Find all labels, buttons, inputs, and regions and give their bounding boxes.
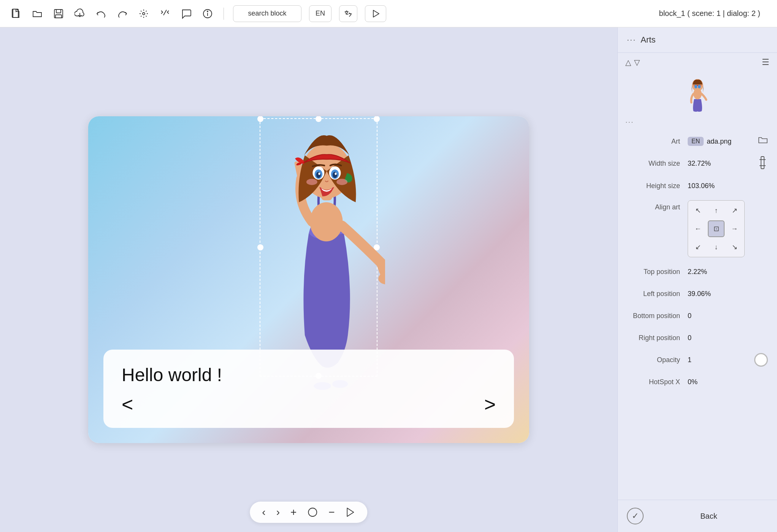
prop-row-bottom: Bottom position 0 [627,308,768,323]
code-icon[interactable] [158,7,172,21]
align-top-right[interactable]: ↗ [726,202,743,219]
hotspot-x-value: 0% [688,378,768,386]
svg-point-36 [306,179,317,185]
bottom-position-value: 0 [688,312,768,320]
character-thumbnail [618,72,777,116]
chat-icon[interactable] [179,7,193,21]
align-top-left[interactable]: ↖ [690,202,706,219]
add-button[interactable]: + [290,506,297,518]
open-folder-icon[interactable] [30,7,44,21]
redo-icon[interactable] [116,7,129,21]
cloud-icon[interactable] [73,7,87,21]
svg-point-37 [336,179,347,185]
align-art-label: Align art [627,200,688,211]
dialog-text: Hello world ! [122,363,496,387]
align-bottom-left[interactable]: ↙ [690,239,706,255]
art-filename: ada.png [707,138,755,146]
dialog-nav: < > [122,394,496,414]
language-button[interactable]: EN [309,5,331,22]
undo-icon[interactable] [94,7,108,21]
panel-nav-arrows: △ ▽ [625,58,640,67]
right-position-value: 0 [688,334,768,342]
align-middle-right[interactable]: → [726,220,743,237]
prop-row-top: Top position 2.22% [627,264,768,279]
top-position-label: Top position [627,268,688,276]
opacity-circle[interactable] [754,353,768,367]
svg-point-38 [308,508,317,516]
align-middle-center[interactable]: ⊡ [708,220,725,237]
check-button[interactable]: ✓ [627,508,644,524]
prop-row-right: Right position 0 [627,330,768,345]
char-thumb-svg [682,75,713,113]
next-scene-button[interactable]: › [276,506,280,518]
nav-up-button[interactable]: △ [625,58,631,67]
folder-open-icon[interactable] [758,136,768,147]
width-size-value: 32.72% [688,160,754,168]
panel-header: ··· Arts [618,27,777,53]
panel-menu-button[interactable]: ☰ [762,57,769,67]
prop-row-art: Art EN ada.png [627,134,768,149]
svg-point-32 [316,172,320,178]
scene-card: Hello world ! < > [88,116,529,443]
panel-more-dots: ··· [618,116,777,128]
prop-row-height: Height size 103.06% [627,178,768,193]
right-panel: ··· Arts △ ▽ ☰ [617,27,777,532]
svg-marker-39 [347,508,354,516]
save-icon[interactable] [52,7,65,21]
search-block-button[interactable]: search block [233,5,301,22]
width-resize-icon[interactable] [757,156,768,171]
left-position-label: Left position [627,290,688,298]
scene-title: block_1 ( scene: 1 | dialog: 2 ) [394,9,768,18]
toolbar: search block EN block_1 ( scene: 1 | dia… [0,0,777,27]
dialog-box: Hello world ! < > [103,350,514,428]
top-position-value: 2.22% [688,268,768,276]
info-icon[interactable] [201,7,214,21]
character-wrapper[interactable] [256,116,385,390]
dialog-prev-button[interactable]: < [122,394,133,414]
panel-header-title: Arts [641,35,655,45]
prop-row-width: Width size 32.72% [627,156,768,171]
play-button-bottom[interactable] [346,507,355,517]
right-position-label: Right position [627,334,688,342]
align-bottom-center[interactable]: ↓ [708,239,725,255]
panel-header-dots: ··· [627,35,636,45]
dialog-next-button[interactable]: > [484,394,496,414]
opacity-label: Opacity [627,356,688,364]
bottom-position-label: Bottom position [627,312,688,320]
new-file-icon[interactable] [9,7,23,21]
align-middle-left[interactable]: ← [690,220,706,237]
prop-row-align: Align art ↖ ↑ ↗ ← ⊡ → ↙ ↓ ↘ [627,200,768,257]
panel-body: Art EN ada.png Width size 32.72% [618,128,777,500]
toolbar-divider [224,8,224,20]
play-button-top[interactable] [365,5,386,22]
nav-down-button[interactable]: ▽ [634,58,640,67]
panel-footer: ✓ Back [618,500,777,532]
height-size-label: Height size [627,182,688,190]
record-button[interactable] [307,507,318,518]
translate-icon[interactable] [339,5,357,22]
align-bottom-right[interactable]: ↘ [726,239,743,255]
art-lang-tag: EN [688,137,704,146]
svg-rect-5 [56,10,61,13]
svg-point-12 [207,11,208,12]
panel-nav: △ ▽ ☰ [618,53,777,72]
width-size-label: Width size [627,160,688,168]
prev-scene-button[interactable]: ‹ [262,506,265,518]
align-grid: ↖ ↑ ↗ ← ⊡ → ↙ ↓ ↘ [688,200,745,257]
svg-rect-44 [761,157,764,169]
back-button[interactable]: Back [650,512,768,521]
art-label: Art [627,138,688,146]
svg-point-35 [335,173,336,175]
svg-line-9 [163,10,166,15]
svg-marker-14 [373,10,379,17]
align-top-center[interactable]: ↑ [708,202,725,219]
svg-point-43 [698,85,700,88]
svg-point-8 [143,13,145,15]
main-content: Hello world ! < > ‹ › + − ··· Ar [0,27,777,532]
minus-button[interactable]: − [328,506,335,518]
opacity-value: 1 [688,356,750,364]
height-size-value: 103.06% [688,182,768,190]
prop-row-opacity: Opacity 1 [627,352,768,367]
settings-icon[interactable] [137,7,151,21]
character-art [256,116,385,390]
